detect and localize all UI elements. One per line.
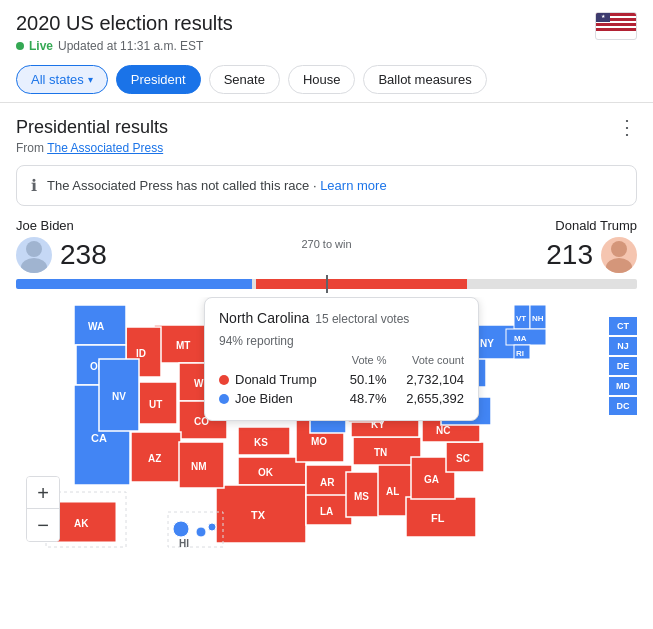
- svg-text:NY: NY: [480, 338, 494, 349]
- learn-more-link[interactable]: Learn more: [320, 178, 386, 193]
- svg-text:FL: FL: [431, 512, 445, 524]
- info-icon: ℹ: [31, 176, 37, 195]
- svg-text:VT: VT: [516, 314, 526, 323]
- more-options-icon[interactable]: ⋮: [617, 115, 637, 139]
- se-state-de: DE: [609, 357, 637, 375]
- live-text: Live: [29, 39, 53, 53]
- trump-info: Donald Trump 213: [546, 218, 637, 273]
- svg-point-95: [196, 527, 206, 537]
- svg-text:MT: MT: [176, 340, 190, 351]
- live-indicator: Live Updated at 11:31 a.m. EST: [16, 39, 233, 53]
- svg-text:LA: LA: [320, 506, 333, 517]
- header-left: 2020 US election results Live Updated at…: [16, 12, 233, 53]
- svg-text:AZ: AZ: [148, 453, 161, 464]
- bar-center-marker: [326, 275, 328, 293]
- svg-text:MS: MS: [354, 491, 369, 502]
- biden-avatar: [16, 237, 52, 273]
- trump-avatar: [601, 237, 637, 273]
- chevron-down-icon: ▾: [88, 74, 93, 85]
- svg-point-0: [26, 241, 42, 257]
- tooltip-row-pct: 50.1%: [334, 370, 387, 389]
- se-state-dc: DC: [609, 397, 637, 415]
- svg-text:HI: HI: [179, 538, 189, 549]
- svg-text:NV: NV: [112, 391, 126, 402]
- updated-text: Updated at 11:31 a.m. EST: [58, 39, 203, 53]
- source-line: From The Associated Press: [0, 141, 653, 165]
- svg-text:WA: WA: [88, 321, 104, 332]
- info-banner: ℹ The Associated Press has not called th…: [16, 165, 637, 206]
- tooltip-state-name: North Carolina: [219, 310, 309, 326]
- tooltip-col-vote-pct: Vote %: [334, 354, 387, 370]
- candidates-row: Joe Biden 238 270 to win Donald Trump 21…: [16, 218, 637, 273]
- zoom-controls: + −: [26, 476, 60, 542]
- progress-area: [16, 279, 637, 289]
- svg-text:UT: UT: [149, 399, 162, 410]
- svg-text:GA: GA: [424, 474, 439, 485]
- svg-text:TN: TN: [374, 447, 387, 458]
- svg-point-96: [208, 523, 216, 531]
- tooltip-electoral-votes: 15 electoral votes: [315, 312, 409, 326]
- svg-point-1: [21, 258, 47, 273]
- info-text: The Associated Press has not called this…: [47, 178, 320, 193]
- biden-name: Joe Biden: [16, 218, 107, 233]
- tab-president[interactable]: President: [116, 65, 201, 94]
- section-title: Presidential results: [16, 117, 168, 138]
- trump-votes: 213: [546, 239, 593, 271]
- tooltip-col-name: [219, 354, 334, 370]
- map-section: MT WY ND SD NE KS OK TX MO: [0, 297, 653, 552]
- se-state-nj: NJ: [609, 337, 637, 355]
- svg-text:NH: NH: [532, 314, 544, 323]
- svg-text:NM: NM: [191, 461, 207, 472]
- tab-ballot-measures[interactable]: Ballot measures: [363, 65, 486, 94]
- zoom-out-button[interactable]: −: [27, 509, 59, 541]
- map-container[interactable]: MT WY ND SD NE KS OK TX MO: [16, 297, 637, 552]
- svg-text:CA: CA: [91, 432, 107, 444]
- bar-trump: [256, 279, 467, 289]
- tooltip-row-pct: 48.7%: [334, 389, 387, 408]
- se-state-md: MD: [609, 377, 637, 395]
- us-flag: ★: [595, 12, 637, 40]
- svg-point-3: [606, 258, 632, 273]
- candidates-section: Joe Biden 238 270 to win Donald Trump 21…: [0, 218, 653, 289]
- biden-votes: 238: [60, 239, 107, 271]
- svg-point-94: [173, 521, 189, 537]
- tabs-row: All states ▾ President Senate House Ball…: [0, 61, 653, 102]
- tooltip-reporting: 94% reporting: [219, 334, 464, 348]
- flag-canton: ★: [596, 12, 610, 22]
- se-states: CT NJ DE MD DC: [609, 317, 637, 415]
- svg-text:MO: MO: [311, 436, 327, 447]
- svg-text:OK: OK: [258, 467, 274, 478]
- zoom-in-button[interactable]: +: [27, 477, 59, 509]
- section-header: Presidential results ⋮: [0, 103, 653, 141]
- tab-senate[interactable]: Senate: [209, 65, 280, 94]
- source-link[interactable]: The Associated Press: [47, 141, 163, 155]
- svg-text:AL: AL: [386, 486, 399, 497]
- tab-house[interactable]: House: [288, 65, 356, 94]
- svg-text:ID: ID: [136, 348, 146, 359]
- tooltip-row-count: 2,655,392: [387, 389, 464, 408]
- tooltip-row-count: 2,732,104: [387, 370, 464, 389]
- svg-text:NC: NC: [436, 425, 450, 436]
- svg-point-2: [611, 241, 627, 257]
- win-threshold-area: 270 to win: [107, 238, 547, 254]
- svg-text:RI: RI: [516, 349, 524, 358]
- svg-text:KS: KS: [254, 437, 268, 448]
- biden-info: Joe Biden 238: [16, 218, 107, 273]
- win-threshold-label: 270 to win: [107, 238, 547, 250]
- state-tooltip: North Carolina 15 electoral votes 94% re…: [204, 297, 479, 421]
- bar-biden: [16, 279, 252, 289]
- trump-name: Donald Trump: [555, 218, 637, 233]
- tooltip-table: Vote % Vote count Donald Trump 50.1% 2,7…: [219, 354, 464, 408]
- svg-text:MA: MA: [514, 334, 527, 343]
- svg-text:TX: TX: [251, 509, 266, 521]
- tooltip-col-vote-count: Vote count: [387, 354, 464, 370]
- tab-all-states[interactable]: All states ▾: [16, 65, 108, 94]
- bar-remaining: [467, 279, 637, 289]
- live-dot: [16, 42, 24, 50]
- se-state-ct: CT: [609, 317, 637, 335]
- svg-text:AK: AK: [74, 518, 89, 529]
- svg-text:SC: SC: [456, 453, 470, 464]
- tooltip-row-name: Donald Trump: [219, 370, 334, 389]
- page-title: 2020 US election results: [16, 12, 233, 35]
- header: 2020 US election results Live Updated at…: [0, 0, 653, 61]
